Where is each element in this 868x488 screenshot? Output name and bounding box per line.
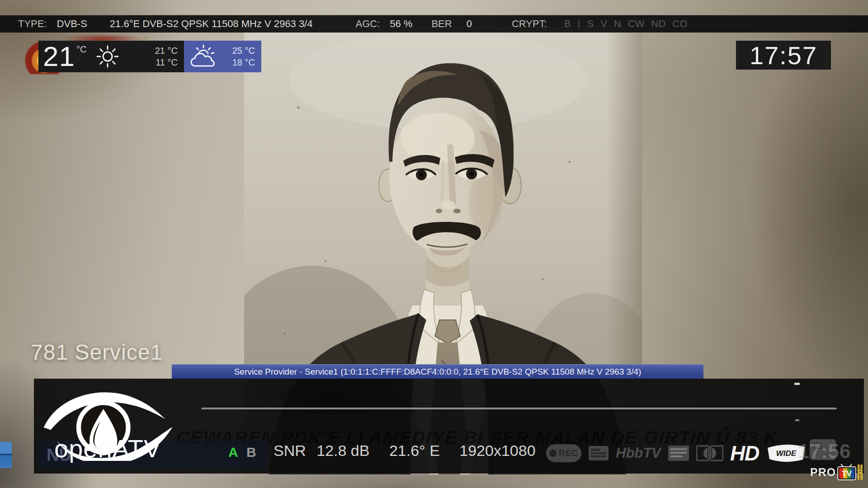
ber-label: BER xyxy=(431,18,452,30)
crypt-label: CRYPT: xyxy=(512,18,547,30)
today-high-low: 21 °C 11 °C xyxy=(155,45,178,68)
svg-text:WIDE: WIDE xyxy=(776,449,797,458)
clock-time: 17:57 xyxy=(750,41,817,70)
dolby-icon xyxy=(696,445,723,461)
resolution: 868x488 xyxy=(459,442,535,459)
partly-cloudy-icon xyxy=(189,43,217,70)
transponder-info: 21.6°E DVB-S2 QPSK 11508 MHz V 2963 3/4 xyxy=(110,18,313,30)
snr-label: SNR xyxy=(274,442,306,459)
clock-panel: 17:57 xyxy=(736,41,831,70)
forecast-high: 25 °C xyxy=(232,45,255,56)
tv-screen: TYPE: DVB-S 21.6°E DVB-S2 QPSK 11508 MHz… xyxy=(0,0,868,488)
broadcast-lower-third-stripe xyxy=(0,442,12,468)
tuner-info-bar: TYPE: DVB-S 21.6°E DVB-S2 QPSK 11508 MHz… xyxy=(0,15,868,33)
temperature-unit: °C xyxy=(76,44,86,55)
hbbtv-icon: HbbTV xyxy=(616,445,661,461)
type-value: DVB-S xyxy=(57,18,87,30)
watermark-net-text: NET.UA xyxy=(858,465,863,480)
crypt-system-list: B I S V N CW ND CO xyxy=(564,18,688,30)
crypt-nagra: N xyxy=(614,18,621,30)
agc-value: 56 % xyxy=(390,18,412,30)
openatv-brand-text: openATV xyxy=(54,434,161,463)
audio-track-flags: A B xyxy=(228,445,256,460)
watermark-pro-text: PRO xyxy=(810,466,836,479)
crypt-biss: B xyxy=(564,18,571,30)
broadcast-badge-ghost xyxy=(810,439,836,460)
crypt-cryptoworks: CW xyxy=(628,18,645,30)
orbital-position: 21.6° E xyxy=(389,442,440,459)
hd-icon: HD xyxy=(730,441,759,465)
weather-widget: 21 °C 21 °C 11 °C xyxy=(38,41,261,72)
crypt-seca: S xyxy=(587,18,594,30)
sunny-icon xyxy=(95,44,120,69)
record-dot-icon xyxy=(549,450,557,457)
crypt-nds: ND xyxy=(651,18,666,30)
snr-value: 12.8 dB xyxy=(316,442,369,459)
infobar-panel: CEWAREN PDK'E LI AMEDIYE BI SER MALAN DE… xyxy=(34,379,864,474)
teletext-icon xyxy=(588,445,609,462)
weather-current-panel: 21 °C 21 °C 11 °C xyxy=(38,41,184,72)
status-icon-row: REC HbbTV HD xyxy=(546,441,807,465)
ber-value: 0 xyxy=(467,18,472,30)
watermark-tv-icon: TV xyxy=(837,464,856,481)
record-icon: REC xyxy=(546,444,581,462)
service-reference-bar: Service Provider - Service1 (1:0:1:1:C:F… xyxy=(172,364,703,379)
subtitles-icon xyxy=(668,445,689,462)
today-high: 21 °C xyxy=(155,45,178,56)
crypt-irdeto: I xyxy=(577,18,580,30)
protv-watermark: PRO TV NET.UA xyxy=(810,464,863,481)
type-label: TYPE: xyxy=(18,18,47,30)
crypt-conax: CO xyxy=(672,18,687,30)
service-reference-text: Service Provider - Service1 (1:0:1:1:C:F… xyxy=(234,367,642,377)
flag-b: B xyxy=(246,445,256,460)
forecast-low: 18 °C xyxy=(232,56,255,68)
weather-forecast-panel: 25 °C 18 °C xyxy=(184,41,261,72)
panel-tick-mark xyxy=(795,419,799,421)
today-low: 11 °C xyxy=(155,56,178,68)
agc-label: AGC: xyxy=(355,18,380,30)
forecast-high-low: 25 °C 18 °C xyxy=(232,45,255,68)
signal-status-line: SNR 12.8 dB 21.6° E 868x488 xyxy=(274,442,551,460)
flag-a: A xyxy=(228,445,238,460)
channel-title: 781 Service1 xyxy=(31,340,163,365)
event-progress-line xyxy=(201,408,837,409)
record-label: REC xyxy=(559,448,578,458)
svg-text:TV: TV xyxy=(842,469,852,478)
crypt-viaccess: V xyxy=(600,18,607,30)
current-temperature: 21 xyxy=(43,42,75,71)
panel-tick-mark xyxy=(794,383,800,385)
